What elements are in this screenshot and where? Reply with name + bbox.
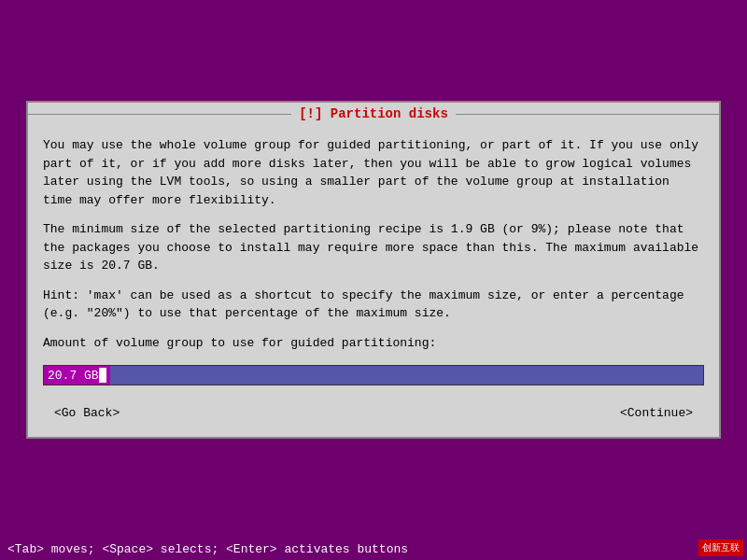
description-para1: You may use the whole volume group for g… [43,136,704,209]
main-dialog: [!] Partition disks You may use the whol… [26,101,721,439]
title-bar: [!] Partition disks [28,103,719,125]
description-text: You may use the whole volume group for g… [43,136,704,352]
dialog-content: You may use the whole volume group for g… [28,136,719,437]
description-para3: Hint: 'max' can be used as a shortcut to… [43,287,704,323]
input-label: Amount of volume group to use for guided… [43,334,704,353]
volume-input-value[interactable]: 20.7 GB [44,366,110,385]
input-text: 20.7 GB [48,369,99,383]
description-para2: The minimum size of the selected partiti… [43,220,704,275]
continue-button[interactable]: <Continue> [613,404,700,422]
buttons-row: <Go Back> <Continue> [43,404,704,422]
status-text: <Tab> moves; <Space> selects; <Enter> ac… [7,542,408,556]
status-bar: <Tab> moves; <Space> selects; <Enter> ac… [0,538,747,560]
text-cursor [99,368,106,383]
watermark: 创新互联 [698,539,743,556]
go-back-button[interactable]: <Go Back> [47,404,127,422]
dialog-title: [!] Partition disks [291,103,456,125]
volume-input-container[interactable]: 20.7 GB [43,365,704,385]
